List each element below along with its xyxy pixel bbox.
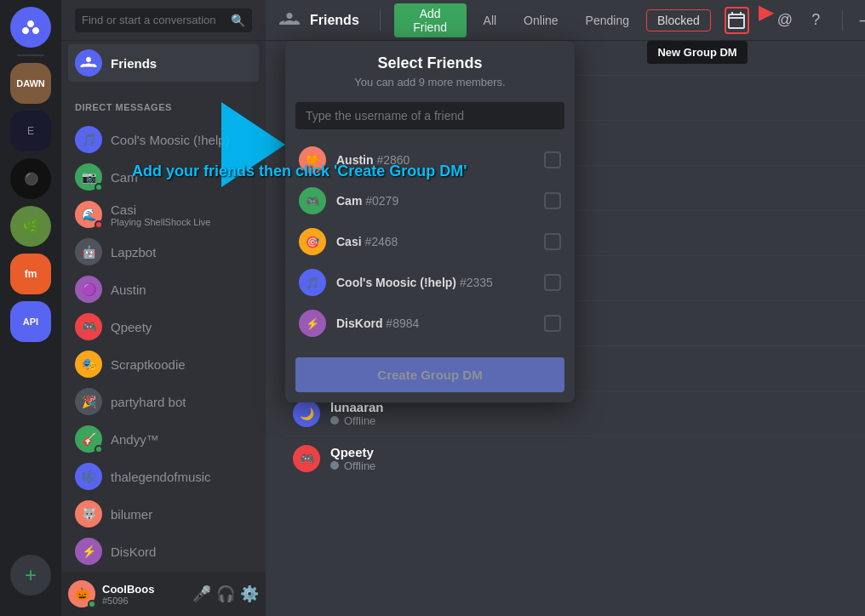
user-panel-info: CoolBoos #5096 — [102, 583, 186, 606]
server-divider — [17, 54, 44, 56]
mention-button[interactable]: @ — [773, 7, 797, 34]
tab-all[interactable]: All — [473, 10, 507, 31]
dm-name: Austin — [111, 282, 146, 297]
server-icon-minecraft[interactable]: 🌿 — [10, 206, 51, 247]
status-dot — [95, 445, 103, 453]
channel-sidebar: 🔍 Friends DIRECT MESSAGES 🎵Cool's Moosic… — [61, 0, 266, 616]
dm-avatar: 🎉 — [75, 388, 102, 415]
modal-friend-item[interactable]: 🎮Cam #0279 — [285, 180, 575, 221]
modal-friend-list: 🧡Austin #2860🎮Cam #0279🎯Casi #2468🎵Cool'… — [285, 136, 575, 347]
modal-friend-item[interactable]: 🎯Casi #2468 — [285, 221, 575, 262]
main-header: Friends Add Friend All Online Pending Bl… — [266, 0, 865, 41]
user-tag: #5096 — [102, 596, 186, 606]
modal-search[interactable] — [295, 102, 564, 129]
friend-checkbox[interactable] — [544, 274, 561, 291]
dm-item[interactable]: 🌊CasiPlaying ShellShock Live — [68, 196, 259, 233]
search-input[interactable] — [82, 14, 226, 26]
modal-subtitle: You can add 9 more members. — [299, 76, 561, 88]
dm-name: Scraptkoodie — [111, 357, 186, 372]
settings-icon[interactable]: ⚙️ — [240, 585, 259, 603]
dm-item[interactable]: 🐺bilumer — [68, 495, 259, 533]
dm-name: Cam — [111, 170, 138, 185]
tab-add-friend[interactable]: Add Friend — [394, 3, 467, 37]
modal-search-input[interactable] — [295, 102, 564, 129]
dm-avatar: 🐺 — [75, 500, 102, 528]
friend-checkbox[interactable] — [544, 151, 561, 168]
dm-item[interactable]: 🎼thalegendofmusic — [68, 458, 259, 495]
search-bar[interactable]: 🔍 — [75, 9, 252, 32]
user-status-dot — [88, 600, 96, 608]
minimize-icon: — — [860, 10, 865, 30]
home-server-icon[interactable] — [10, 7, 51, 48]
headphones-icon[interactable]: 🎧 — [216, 585, 235, 603]
dm-section-label: DIRECT MESSAGES — [68, 102, 179, 112]
help-button[interactable]: ? — [804, 7, 828, 34]
server-icon-dark[interactable]: ⚫ — [10, 158, 51, 199]
user-avatar: 🎃 — [68, 580, 95, 607]
dm-avatar: 🤖 — [75, 238, 102, 265]
modal-friend-item[interactable]: ⚡DisKord #8984 — [285, 303, 575, 344]
dm-name: thalegendofmusic — [111, 470, 211, 484]
create-group-dm-button[interactable]: Create Group DM — [295, 357, 564, 392]
at-icon: @ — [777, 11, 793, 29]
dm-avatar: 🌊 — [75, 201, 102, 228]
friend-checkbox[interactable] — [544, 233, 561, 250]
dm-name: partyhard bot — [111, 395, 186, 409]
friend-status: Offline — [330, 459, 865, 472]
minimize-button[interactable]: — — [856, 7, 865, 34]
modal-friend-item[interactable]: 🧡Austin #2860 — [285, 140, 575, 180]
user-panel: 🎃 CoolBoos #5096 🎤 🎧 ⚙️ — [61, 572, 266, 616]
dm-item[interactable]: 📷Cam — [68, 158, 259, 196]
friends-nav-item[interactable]: Friends — [68, 44, 259, 82]
dm-item[interactable]: 🎮Qpeety — [68, 308, 259, 345]
dm-avatar: 🎭 — [75, 351, 102, 378]
friends-title: Friends — [310, 13, 359, 28]
dm-item[interactable]: 🤖Lapzbot — [68, 233, 259, 271]
tab-pending[interactable]: Pending — [576, 10, 639, 31]
select-friends-modal: Select Friends You can add 9 more member… — [285, 41, 575, 402]
header-divider — [380, 10, 381, 31]
server-icon-discord-api[interactable]: API — [10, 301, 51, 342]
server-icon-fm[interactable]: fm — [10, 254, 51, 294]
sidebar-header: 🔍 — [61, 0, 266, 41]
dm-name: Qpeety — [111, 320, 152, 334]
friends-nav-icon — [75, 49, 102, 77]
friend-name: Qpeety — [330, 445, 865, 459]
dm-item[interactable]: 🎉partyhard bot — [68, 383, 259, 420]
new-group-dm-button[interactable]: New Group DM ▶ — [725, 7, 749, 34]
dm-item[interactable]: 🎸Andyy™ — [68, 420, 259, 458]
red-arrow: ▶ — [759, 3, 773, 22]
friend-row[interactable]: 🎮QpeetyOffline — [283, 436, 865, 481]
tab-online[interactable]: Online — [513, 10, 568, 31]
modal-header: Select Friends You can add 9 more member… — [285, 41, 575, 102]
friend-status: Offline — [330, 414, 865, 427]
dm-avatar: 📷 — [75, 163, 102, 191]
dm-avatar: 🎵 — [75, 126, 102, 153]
dm-avatar: 🟣 — [75, 276, 102, 303]
server-icon-eclipse[interactable]: E — [10, 111, 51, 151]
dm-item[interactable]: ⚡DisKord — [68, 533, 259, 570]
dm-avatar: 🎼 — [75, 463, 102, 490]
tab-blocked[interactable]: Blocked — [646, 9, 711, 31]
friend-checkbox[interactable] — [544, 315, 561, 332]
modal-title: Select Friends — [299, 54, 561, 72]
server-sidebar: DAWN E ⚫ 🌿 fm API + — [0, 0, 61, 616]
dm-item[interactable]: 🟣Austin — [68, 271, 259, 308]
friend-checkbox[interactable] — [544, 192, 561, 209]
mic-icon[interactable]: 🎤 — [192, 585, 211, 603]
dm-sub: Playing ShellShock Live — [111, 217, 210, 227]
dm-item[interactable]: 🎵Cool's Moosic (!help) — [68, 121, 259, 158]
dm-name: Cool's Moosic (!help) — [111, 133, 230, 147]
dm-list: 🎵Cool's Moosic (!help)📷Cam🌊CasiPlaying S… — [61, 117, 266, 572]
dm-item[interactable]: 🎭Scraptkoodie — [68, 345, 259, 383]
search-icon: 🔍 — [231, 14, 245, 27]
server-icon-dawn[interactable]: DAWN — [10, 63, 51, 104]
window-divider — [842, 10, 843, 31]
dm-name: Andyy™ — [111, 432, 159, 447]
modal-friend-item[interactable]: 🎵Cool's Moosic (!help) #2335 — [285, 262, 575, 303]
status-dot — [95, 183, 103, 191]
dm-name: DisKord — [111, 545, 156, 559]
help-icon: ? — [811, 11, 820, 29]
add-server-button[interactable]: + — [10, 555, 51, 596]
status-dot — [95, 220, 103, 229]
